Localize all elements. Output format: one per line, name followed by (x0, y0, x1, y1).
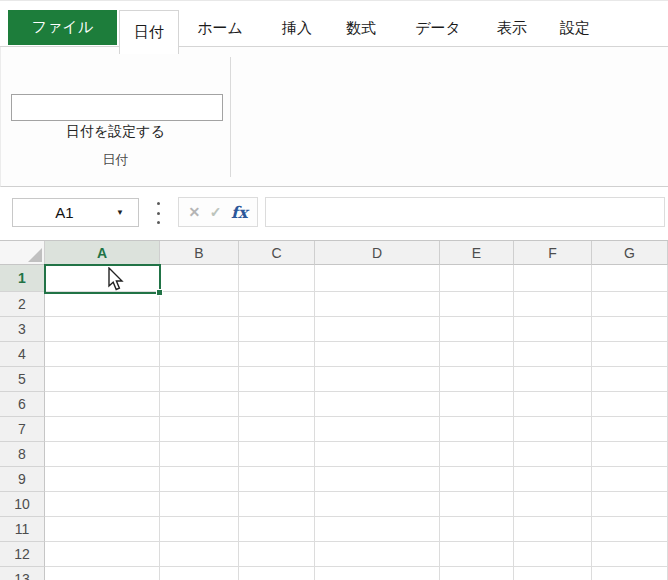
cell-D1[interactable] (315, 265, 440, 292)
cell-C4[interactable] (239, 342, 315, 367)
cell-A10[interactable] (45, 492, 160, 517)
cell-C13[interactable] (239, 567, 315, 580)
cell-C12[interactable] (239, 542, 315, 567)
cell-A12[interactable] (45, 542, 160, 567)
insert-function-icon[interactable]: fx (231, 203, 247, 222)
cell-A5[interactable] (45, 367, 160, 392)
cell-B9[interactable] (160, 467, 239, 492)
cell-B5[interactable] (160, 367, 239, 392)
cell-B10[interactable] (160, 492, 239, 517)
cell-A6[interactable] (45, 392, 160, 417)
cell-F3[interactable] (514, 317, 592, 342)
cell-E1[interactable] (440, 265, 514, 292)
cell-A4[interactable] (45, 342, 160, 367)
chevron-down-icon[interactable]: ▼ (116, 208, 138, 217)
tab-formulas[interactable]: 数式 (332, 10, 390, 47)
cell-A7[interactable] (45, 417, 160, 442)
cell-G5[interactable] (592, 367, 668, 392)
cell-E10[interactable] (440, 492, 514, 517)
row-header-2[interactable]: 2 (0, 292, 45, 317)
cell-A2[interactable] (45, 292, 160, 317)
row-header-5[interactable]: 5 (0, 367, 45, 392)
cell-E7[interactable] (440, 417, 514, 442)
row-header-10[interactable]: 10 (0, 492, 45, 517)
cell-D9[interactable] (315, 467, 440, 492)
cell-F10[interactable] (514, 492, 592, 517)
cell-G7[interactable] (592, 417, 668, 442)
row-header-4[interactable]: 4 (0, 342, 45, 367)
cell-G4[interactable] (592, 342, 668, 367)
cell-E13[interactable] (440, 567, 514, 580)
cell-D13[interactable] (315, 567, 440, 580)
cell-D8[interactable] (315, 442, 440, 467)
row-header-3[interactable]: 3 (0, 317, 45, 342)
cell-G8[interactable] (592, 442, 668, 467)
cell-E8[interactable] (440, 442, 514, 467)
column-header-E[interactable]: E (440, 241, 514, 265)
cell-A11[interactable] (45, 517, 160, 542)
cell-E6[interactable] (440, 392, 514, 417)
cell-D3[interactable] (315, 317, 440, 342)
column-header-A[interactable]: A (45, 241, 160, 265)
cell-G11[interactable] (592, 517, 668, 542)
cell-C9[interactable] (239, 467, 315, 492)
row-header-9[interactable]: 9 (0, 467, 45, 492)
column-header-C[interactable]: C (239, 241, 315, 265)
date-input[interactable] (11, 94, 223, 121)
cell-G6[interactable] (592, 392, 668, 417)
cell-A8[interactable] (45, 442, 160, 467)
cancel-icon[interactable]: ✕ (189, 204, 201, 220)
cell-B11[interactable] (160, 517, 239, 542)
select-all-corner[interactable] (0, 241, 45, 265)
cell-E12[interactable] (440, 542, 514, 567)
tab-home[interactable]: ホーム (183, 10, 257, 47)
cell-C6[interactable] (239, 392, 315, 417)
cell-F5[interactable] (514, 367, 592, 392)
tab-data[interactable]: データ (401, 10, 475, 47)
column-header-F[interactable]: F (514, 241, 592, 265)
cell-B4[interactable] (160, 342, 239, 367)
cell-F4[interactable] (514, 342, 592, 367)
cell-B12[interactable] (160, 542, 239, 567)
cell-D11[interactable] (315, 517, 440, 542)
cell-E4[interactable] (440, 342, 514, 367)
cell-E3[interactable] (440, 317, 514, 342)
cell-G12[interactable] (592, 542, 668, 567)
row-header-8[interactable]: 8 (0, 442, 45, 467)
cell-B3[interactable] (160, 317, 239, 342)
cell-B6[interactable] (160, 392, 239, 417)
cell-C7[interactable] (239, 417, 315, 442)
tab-view[interactable]: 表示 (483, 10, 541, 47)
cell-D12[interactable] (315, 542, 440, 567)
cell-G1[interactable] (592, 265, 668, 292)
cell-E2[interactable] (440, 292, 514, 317)
cell-E11[interactable] (440, 517, 514, 542)
cell-D5[interactable] (315, 367, 440, 392)
cell-B13[interactable] (160, 567, 239, 580)
formula-bar-drag-handle[interactable] (153, 202, 163, 224)
cell-A3[interactable] (45, 317, 160, 342)
cell-G10[interactable] (592, 492, 668, 517)
cell-C5[interactable] (239, 367, 315, 392)
cell-D7[interactable] (315, 417, 440, 442)
row-header-6[interactable]: 6 (0, 392, 45, 417)
row-header-7[interactable]: 7 (0, 417, 45, 442)
cell-F12[interactable] (514, 542, 592, 567)
cell-C11[interactable] (239, 517, 315, 542)
cell-B7[interactable] (160, 417, 239, 442)
cell-F2[interactable] (514, 292, 592, 317)
cell-C3[interactable] (239, 317, 315, 342)
cell-D4[interactable] (315, 342, 440, 367)
cell-D10[interactable] (315, 492, 440, 517)
cell-G3[interactable] (592, 317, 668, 342)
tab-date[interactable]: 日付 (119, 10, 179, 54)
cell-A13[interactable] (45, 567, 160, 580)
cell-E5[interactable] (440, 367, 514, 392)
cell-G13[interactable] (592, 567, 668, 580)
cell-C8[interactable] (239, 442, 315, 467)
cell-C10[interactable] (239, 492, 315, 517)
row-header-12[interactable]: 12 (0, 542, 45, 567)
file-menu-button[interactable]: ファイル (8, 10, 117, 45)
column-header-D[interactable]: D (315, 241, 440, 265)
row-header-1[interactable]: 1 (0, 265, 45, 292)
